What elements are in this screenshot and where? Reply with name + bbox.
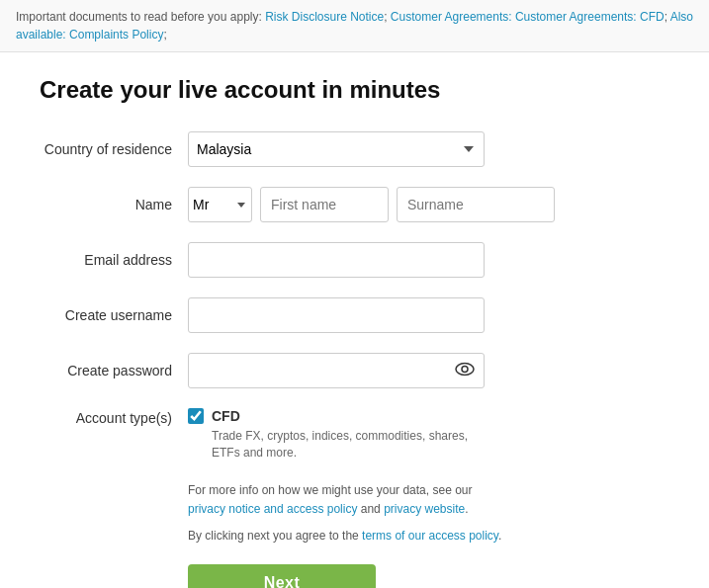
title-select[interactable]: Mr Mrs Ms Dr xyxy=(188,187,252,222)
cfd-label[interactable]: CFD xyxy=(212,408,240,424)
svg-point-1 xyxy=(462,367,468,373)
cfd-description: Trade FX, cryptos, indices, commodities,… xyxy=(212,428,488,462)
name-row: Name Mr Mrs Ms Dr xyxy=(40,187,669,222)
cfd-link[interactable]: Customer Agreements: Customer Agreements… xyxy=(391,10,665,24)
password-input[interactable] xyxy=(188,353,485,388)
notice-text: Important documents to read before you a… xyxy=(16,10,265,24)
privacy-section: For more info on how we might use your d… xyxy=(188,481,504,545)
show-password-icon[interactable] xyxy=(455,363,475,379)
name-controls: Mr Mrs Ms Dr xyxy=(188,187,669,222)
top-notice: Important documents to read before you a… xyxy=(0,0,709,52)
account-type-label: Account type(s) xyxy=(40,408,188,426)
username-controls xyxy=(188,297,669,333)
firstname-input[interactable] xyxy=(260,187,389,222)
password-label: Create password xyxy=(40,363,188,378)
main-content: Create your live account in minutes Coun… xyxy=(0,52,709,588)
account-type-controls: CFD Trade FX, cryptos, indices, commodit… xyxy=(188,408,488,462)
risk-link[interactable]: Risk Disclosure Notice xyxy=(265,10,384,24)
email-label: Email address xyxy=(40,252,188,268)
next-button-wrap: Next xyxy=(188,564,669,588)
country-controls: Malaysia Singapore United Kingdom Austra… xyxy=(188,131,669,167)
next-button[interactable]: Next xyxy=(188,564,376,588)
account-type-row: Account type(s) CFD Trade FX, cryptos, i… xyxy=(40,408,669,462)
name-label: Name xyxy=(40,197,188,212)
cfd-row: CFD xyxy=(188,408,488,424)
username-label: Create username xyxy=(40,307,188,323)
privacy-text: For more info on how we might use your d… xyxy=(188,481,504,519)
privacy-website-link[interactable]: privacy website xyxy=(384,502,465,516)
surname-input[interactable] xyxy=(397,187,555,222)
country-select[interactable]: Malaysia Singapore United Kingdom Austra… xyxy=(188,131,485,167)
cfd-checkbox[interactable] xyxy=(188,408,204,424)
privacy-policy-link[interactable]: privacy notice and access policy xyxy=(188,502,357,516)
access-policy-link[interactable]: terms of our access policy xyxy=(362,529,498,543)
email-input[interactable] xyxy=(188,242,485,278)
password-row: Create password xyxy=(40,353,669,388)
country-label: Country of residence xyxy=(40,141,188,157)
password-wrap xyxy=(188,353,485,388)
country-row: Country of residence Malaysia Singapore … xyxy=(40,131,669,167)
page-title: Create your live account in minutes xyxy=(40,76,669,104)
email-controls xyxy=(188,242,669,278)
agree-text: By clicking next you agree to the terms … xyxy=(188,527,504,545)
email-row: Email address xyxy=(40,242,669,278)
username-input[interactable] xyxy=(188,297,485,333)
username-row: Create username xyxy=(40,297,669,333)
password-controls xyxy=(188,353,669,388)
svg-point-0 xyxy=(456,364,474,376)
